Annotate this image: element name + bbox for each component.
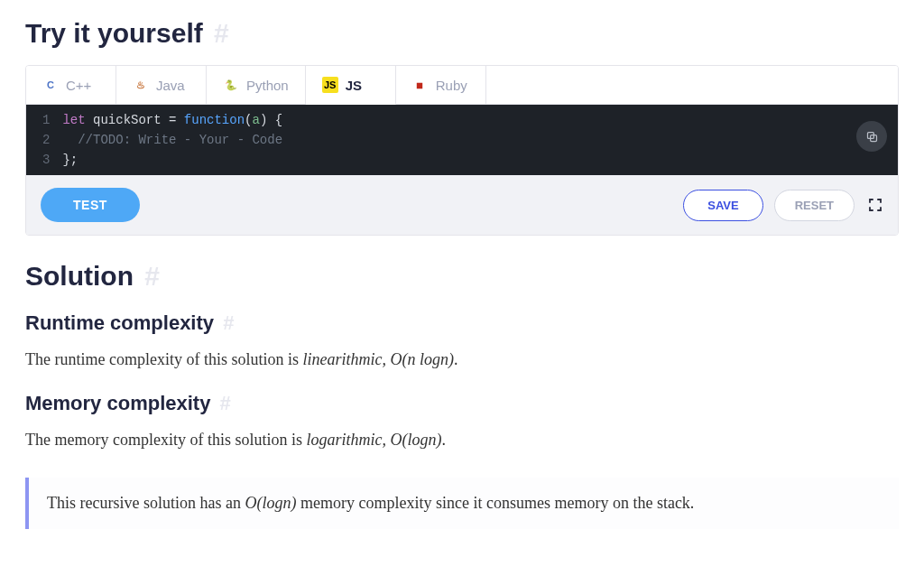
heading-memory-text: Memory complexity (25, 392, 210, 414)
python-icon: 🐍 (223, 77, 239, 93)
ruby-icon: ◆ (409, 73, 431, 96)
tab-java[interactable]: ♨ Java (116, 66, 207, 105)
js-icon: JS (322, 77, 338, 93)
callout-note: This recursive solution has an O(logn) m… (25, 478, 899, 529)
code-line: }; (62, 150, 282, 170)
anchor-icon[interactable]: # (220, 392, 231, 414)
fullscreen-icon[interactable] (867, 197, 883, 213)
code-editor[interactable]: 1 2 3 let quickSort = function(a) { //TO… (26, 105, 898, 175)
line-number: 3 (42, 150, 50, 170)
heading-try: Try it yourself # (25, 18, 899, 49)
anchor-icon[interactable]: # (223, 311, 234, 334)
cpp-icon: C (42, 77, 59, 93)
tab-python[interactable]: 🐍 Python (207, 66, 306, 105)
copy-icon (865, 130, 879, 144)
tab-label: C++ (66, 78, 91, 93)
tab-label: Java (156, 78, 185, 93)
code-body: let quickSort = function(a) { //TODO: Wr… (62, 105, 282, 175)
anchor-icon[interactable]: # (144, 261, 160, 291)
runtime-paragraph: The runtime complexity of this solution … (25, 348, 899, 372)
memory-paragraph: The memory complexity of this solution i… (25, 428, 899, 452)
code-line: let quickSort = function(a) { (62, 110, 282, 130)
line-number: 2 (42, 130, 50, 150)
save-button[interactable]: SAVE (683, 190, 762, 221)
copy-button[interactable] (856, 121, 887, 152)
tab-label: Ruby (436, 78, 467, 93)
reset-button[interactable]: RESET (774, 190, 855, 221)
language-tabs: C C++ ♨ Java 🐍 Python JS JS ◆ Ruby (26, 66, 898, 105)
tabs-spacer (486, 66, 898, 105)
line-gutter: 1 2 3 (26, 105, 62, 175)
anchor-icon[interactable]: # (214, 18, 229, 48)
heading-memory: Memory complexity # (25, 392, 899, 415)
heading-runtime: Runtime complexity # (25, 311, 899, 335)
tab-cpp[interactable]: C C++ (26, 66, 116, 105)
tab-js[interactable]: JS JS (306, 66, 396, 105)
code-line: //TODO: Write - Your - Code (62, 130, 282, 150)
tab-label: Python (246, 78, 289, 93)
code-widget: C C++ ♨ Java 🐍 Python JS JS ◆ Ruby 1 2 3… (25, 65, 899, 236)
heading-try-text: Try it yourself (25, 18, 203, 48)
heading-runtime-text: Runtime complexity (25, 311, 214, 334)
heading-solution-text: Solution (25, 261, 134, 291)
java-icon: ♨ (133, 77, 149, 93)
test-button[interactable]: TEST (41, 188, 140, 222)
editor-toolbar: TEST SAVE RESET (26, 175, 898, 235)
tab-ruby[interactable]: ◆ Ruby (396, 66, 486, 105)
heading-solution: Solution # (25, 261, 899, 292)
line-number: 1 (42, 110, 50, 130)
tab-label: JS (346, 78, 362, 93)
